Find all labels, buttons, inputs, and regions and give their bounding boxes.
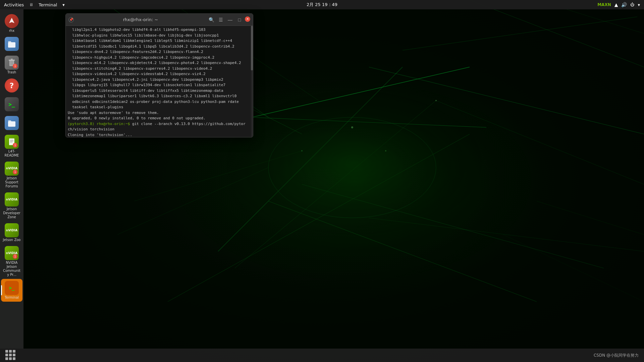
sidebar-item-help[interactable]: ? bbox=[1, 76, 22, 95]
svg-point-20 bbox=[435, 100, 437, 101]
terminal-taskbar-icon: 🖥 bbox=[29, 2, 33, 7]
sidebar-item-jetson-zoo[interactable]: nVIDIA Jetson Zoo bbox=[1, 221, 22, 244]
svg-rect-35 bbox=[8, 121, 15, 127]
svg-line-11 bbox=[268, 201, 537, 302]
terminal-pin-button[interactable]: 📌 bbox=[68, 17, 74, 22]
sidebar-item-rhx[interactable]: rhx bbox=[1, 12, 22, 35]
topbar: Activities 🖥 Terminal ▾ 2月 25 19：49 MAXN… bbox=[0, 0, 644, 9]
trash-badge: 1 bbox=[13, 64, 17, 68]
svg-rect-28 bbox=[8, 42, 15, 48]
terminal-window-controls: 🔍 ☰ — □ ✕ bbox=[207, 16, 250, 23]
sidebar-label-trash: Trash bbox=[7, 70, 16, 74]
terminal-maximize-button[interactable]: □ bbox=[235, 16, 244, 23]
svg-line-21 bbox=[134, 151, 302, 201]
terminal-menu-button[interactable]: ☰ bbox=[217, 16, 225, 23]
power-icon[interactable]: ⏻ bbox=[630, 2, 634, 7]
svg-point-19 bbox=[301, 150, 303, 152]
sidebar-item-terminal-main[interactable]: >_ Terminal bbox=[1, 279, 22, 302]
volume-icon: 🔊 bbox=[621, 2, 627, 7]
sidebar-item-files[interactable] bbox=[1, 35, 22, 54]
svg-line-10 bbox=[436, 101, 644, 184]
svg-line-23 bbox=[537, 201, 644, 235]
bottombar: CSDN @小阮同学在努力 bbox=[0, 349, 644, 362]
activities-button[interactable]: Activities bbox=[4, 2, 24, 7]
svg-point-18 bbox=[385, 150, 386, 152]
svg-line-16 bbox=[168, 134, 470, 302]
sidebar-item-trash[interactable]: 1 Trash bbox=[1, 54, 22, 76]
svg-line-24 bbox=[503, 235, 644, 302]
watermark: CSDN @小阮同学在努力 bbox=[594, 353, 639, 358]
svg-line-12 bbox=[302, 184, 604, 268]
terminal-window: 📌 rhx@rhx-orin: ~ 🔍 ☰ — □ ✕ libgl2ps1.4 … bbox=[65, 13, 253, 137]
sidebar-item-files2[interactable] bbox=[1, 114, 22, 133]
sidebar-item-jetson-dev[interactable]: nVIDIA Jetson Developer Zone bbox=[1, 190, 22, 221]
terminal-titlebar: 📌 rhx@rhx-orin: ~ 🔍 ☰ — □ ✕ bbox=[66, 14, 253, 26]
show-apps-button[interactable] bbox=[5, 350, 16, 361]
sidebar-label-terminal-main: Terminal bbox=[5, 296, 19, 300]
sidebar-item-jetson-support[interactable]: nVIDIA 1 Jetson Support Forums bbox=[1, 160, 22, 190]
svg-line-2 bbox=[252, 67, 470, 117]
jetson-support-badge: 1 bbox=[13, 170, 17, 174]
topbar-datetime: 2月 25 19：49 bbox=[307, 2, 337, 8]
sidebar-item-terminal-small[interactable]: >_ bbox=[1, 95, 22, 114]
svg-line-9 bbox=[369, 67, 644, 134]
terminal-title: rhx@rhx-orin: ~ bbox=[76, 17, 205, 22]
svg-rect-30 bbox=[9, 60, 15, 61]
wifi-icon: ▲ bbox=[614, 2, 618, 7]
sidebar-item-nvidia-community[interactable]: nVIDIA 1 NVIDIA Jetson Community Pr... bbox=[1, 244, 22, 279]
sidebar-label-l4t: L4T-README bbox=[2, 149, 21, 158]
svg-line-25 bbox=[470, 0, 644, 67]
terminal-minimize-button[interactable]: — bbox=[226, 16, 234, 23]
svg-rect-31 bbox=[11, 59, 13, 60]
svg-line-8 bbox=[402, 17, 637, 50]
topbar-right: MAXN ▲ 🔊 ⏻ ▾ bbox=[597, 2, 640, 7]
maxn-label: MAXN bbox=[597, 2, 611, 7]
sidebar-label-rhx: rhx bbox=[9, 29, 14, 33]
svg-point-7 bbox=[268, 117, 436, 218]
sidebar-item-l4t-readme[interactable]: 1 L4T-README bbox=[1, 133, 22, 160]
sidebar-label-jetson-support: Jetson Support Forums bbox=[2, 176, 21, 188]
svg-point-17 bbox=[351, 126, 353, 128]
terminal-body[interactable]: libgl2ps1.4 libgphoto2-dev libhdf4-0-alt… bbox=[66, 26, 253, 137]
sidebar-label-jetson-zoo: Jetson Zoo bbox=[3, 238, 21, 242]
sidebar-label-jetson-dev: Jetson Developer Zone bbox=[2, 207, 21, 219]
terminal-close-button[interactable]: ✕ bbox=[245, 16, 250, 22]
terminal-scrollbar[interactable] bbox=[251, 26, 253, 137]
terminal-dropdown-arrow[interactable]: ▾ bbox=[62, 2, 65, 7]
svg-line-3 bbox=[252, 117, 486, 127]
nvidia-community-badge: 1 bbox=[13, 254, 17, 259]
svg-line-13 bbox=[369, 218, 644, 251]
svg-line-15 bbox=[235, 101, 436, 268]
terminal-taskbar-label[interactable]: Terminal bbox=[39, 2, 57, 7]
sidebar-label-nvidia-community: NVIDIA Jetson Community Pr... bbox=[2, 261, 21, 277]
sidebar: rhx 1 Trash ? >_ bbox=[0, 9, 23, 349]
svg-line-22 bbox=[117, 168, 268, 235]
settings-dropdown[interactable]: ▾ bbox=[638, 2, 640, 7]
terminal-search-button[interactable]: 🔍 bbox=[207, 16, 215, 23]
topbar-left: Activities 🖥 Terminal ▾ bbox=[4, 2, 65, 7]
l4t-badge: 1 bbox=[13, 143, 17, 147]
